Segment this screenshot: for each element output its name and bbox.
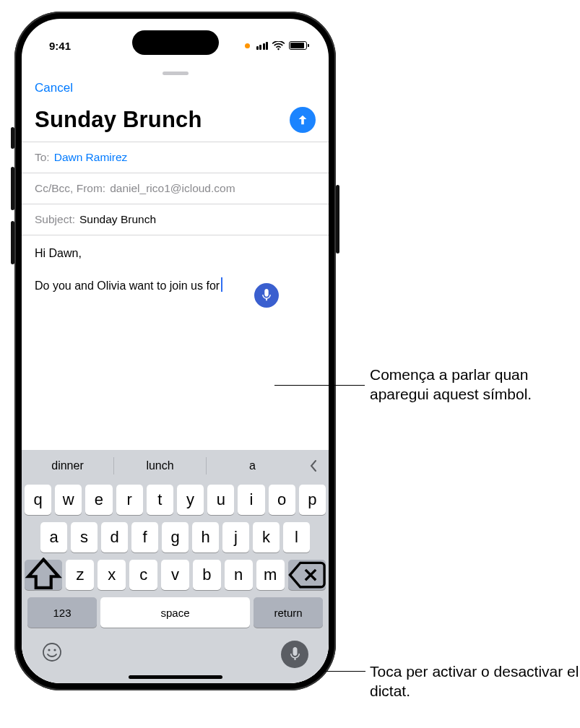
ccbcc-field[interactable]: Cc/Bcc, From: daniel_rico1@icloud.com: [22, 173, 329, 204]
subject-field[interactable]: Subject: Sunday Brunch: [22, 204, 329, 235]
from-value: daniel_rico1@icloud.com: [110, 182, 235, 195]
svg-point-0: [43, 644, 61, 661]
delete-icon: [288, 561, 326, 589]
dictation-button[interactable]: [281, 641, 308, 668]
key-d[interactable]: d: [101, 522, 128, 552]
text-cursor: [221, 277, 222, 292]
ccbcc-label: Cc/Bcc, From:: [35, 182, 105, 195]
wifi-icon: [272, 41, 285, 51]
send-button[interactable]: [290, 107, 316, 133]
key-t[interactable]: t: [147, 485, 173, 515]
body-line-1: Hi Dawn,: [35, 246, 316, 261]
arrow-up-icon: [296, 113, 309, 126]
status-time: 9:41: [49, 40, 71, 52]
delete-key[interactable]: [288, 560, 326, 590]
collapse-suggestions-button[interactable]: [298, 450, 329, 482]
callout-text-1: Comença a parlar quan aparegui aquest sí…: [370, 365, 580, 404]
key-row-1: q w e r t y u i o p: [25, 485, 326, 515]
volume-down-button: [11, 221, 14, 264]
key-f[interactable]: f: [131, 522, 158, 552]
key-row-4: 123 space return: [25, 597, 326, 628]
keyboard-bottom-row: [22, 628, 329, 671]
key-k[interactable]: k: [253, 522, 280, 552]
subject-value: Sunday Brunch: [79, 213, 156, 226]
svg-point-1: [48, 649, 50, 651]
cancel-button[interactable]: Cancel: [35, 81, 73, 95]
key-x[interactable]: x: [98, 560, 126, 590]
space-key[interactable]: space: [100, 597, 250, 628]
callout-text-2: Toca per activar o desactivar el dictat.: [370, 662, 580, 701]
emoji-icon: [42, 642, 62, 662]
email-title: Sunday Brunch: [35, 107, 202, 133]
key-p[interactable]: p: [299, 485, 326, 515]
key-q[interactable]: q: [25, 485, 51, 515]
key-r[interactable]: r: [116, 485, 143, 515]
to-label: To:: [35, 151, 50, 164]
keyboard: dinner lunch a q w e r t: [22, 450, 329, 683]
chevron-left-icon: [309, 459, 318, 472]
key-l[interactable]: l: [283, 522, 310, 552]
key-b[interactable]: b: [193, 560, 221, 590]
key-g[interactable]: g: [162, 522, 189, 552]
numbers-key[interactable]: 123: [27, 597, 97, 628]
key-j[interactable]: j: [222, 522, 249, 552]
compose-sheet: Cancel Sunday Brunch To: Dawn Ramirez Cc…: [22, 66, 329, 683]
battery-icon: [289, 41, 307, 50]
callout-leader: [274, 385, 365, 386]
key-z[interactable]: z: [66, 560, 94, 590]
microphone-icon: [261, 289, 272, 302]
suggestion-3[interactable]: a: [207, 450, 298, 482]
key-n[interactable]: n: [225, 560, 253, 590]
key-w[interactable]: w: [55, 485, 82, 515]
callout-leader: [318, 671, 365, 672]
key-u[interactable]: u: [207, 485, 234, 515]
key-v[interactable]: v: [161, 560, 189, 590]
key-i[interactable]: i: [238, 485, 264, 515]
phone-frame: 9:41 Cancel Sunday Brunch To: Dawn: [14, 12, 336, 690]
key-row-3: z x c v b n m: [25, 560, 326, 590]
key-e[interactable]: e: [85, 485, 112, 515]
dictation-indicator: [254, 283, 279, 308]
power-button: [336, 185, 339, 254]
volume-up-button: [11, 167, 14, 210]
subject-label: Subject:: [35, 213, 75, 226]
dynamic-island: [132, 30, 219, 55]
emoji-button[interactable]: [42, 642, 62, 667]
svg-point-2: [53, 649, 56, 651]
key-s[interactable]: s: [71, 522, 98, 552]
key-m[interactable]: m: [256, 560, 285, 590]
suggestion-2[interactable]: lunch: [114, 450, 206, 482]
body-line-2: Do you and Olivia want to join us for: [35, 280, 220, 292]
suggestion-1[interactable]: dinner: [22, 450, 113, 482]
home-indicator[interactable]: [129, 675, 222, 679]
screen: 9:41 Cancel Sunday Brunch To: Dawn: [22, 19, 329, 683]
key-row-2: a s d f g h j k l: [25, 522, 326, 552]
key-a[interactable]: a: [40, 522, 67, 552]
key-o[interactable]: o: [269, 485, 295, 515]
return-key[interactable]: return: [254, 597, 323, 628]
to-field[interactable]: To: Dawn Ramirez: [22, 142, 329, 173]
key-y[interactable]: y: [177, 485, 204, 515]
shift-key[interactable]: [25, 560, 62, 590]
cellular-icon: [256, 42, 269, 50]
suggestion-bar: dinner lunch a: [22, 450, 329, 482]
mute-switch: [11, 127, 14, 149]
key-h[interactable]: h: [192, 522, 219, 552]
recording-indicator-icon: [245, 43, 250, 48]
key-c[interactable]: c: [129, 560, 157, 590]
sheet-grabber[interactable]: [163, 72, 189, 75]
to-value: Dawn Ramirez: [54, 151, 128, 164]
email-body[interactable]: Hi Dawn, Do you and Olivia want to join …: [22, 235, 329, 450]
microphone-icon: [290, 647, 300, 662]
shift-icon: [25, 558, 62, 592]
status-right: [245, 41, 308, 51]
